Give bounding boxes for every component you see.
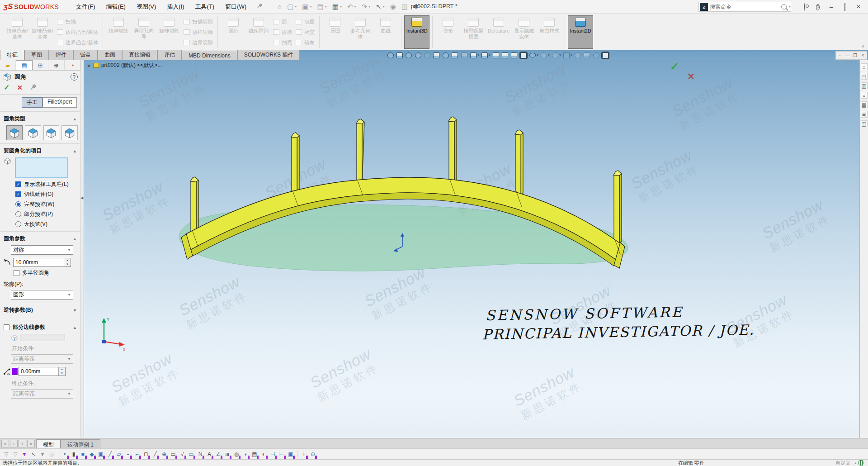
temporary-axes-icon[interactable] <box>461 52 467 58</box>
filter-balloons[interactable]: A <box>205 450 214 459</box>
collapse-panel-arrow-icon[interactable]: ◀ <box>80 196 83 200</box>
ribbon-lofted-boss-base[interactable]: 放样凸台/基体 <box>57 28 98 37</box>
appearances-scenes-tab[interactable]: ◒ <box>861 92 868 99</box>
expand-arrow-icon[interactable]: ▶ <box>88 63 91 68</box>
filter-axes[interactable]: ╱ <box>105 450 114 459</box>
dropdown-caret-icon[interactable]: ▾ <box>571 53 572 57</box>
ribbon-rib[interactable]: 筋 <box>273 17 292 26</box>
shaded-with-edges-icon[interactable] <box>520 52 527 58</box>
command-search[interactable]: ≥ ▾ <box>698 2 791 12</box>
radius-input[interactable] <box>14 259 64 266</box>
forum-tab[interactable]: ◫ <box>861 120 868 127</box>
shaded-icon[interactable] <box>511 52 517 58</box>
customize-label[interactable]: 自定义 <box>835 460 850 466</box>
edges-selection-listbox[interactable] <box>15 157 68 178</box>
ribbon-hole-wizard[interactable]: 异型孔向导 <box>131 15 156 49</box>
radio-button[interactable] <box>15 211 21 217</box>
checkbox[interactable]: ✓ <box>15 181 21 187</box>
ribbon-swept-cut[interactable]: 扫描切除 <box>184 17 213 26</box>
tab-草图[interactable]: 草图 <box>24 49 49 60</box>
dimxpertmanager-tab[interactable]: ⊕ <box>48 60 64 70</box>
custom-properties-tab[interactable]: ▣ <box>861 111 868 118</box>
shadows-in-shaded-mode-icon[interactable] <box>575 52 581 58</box>
offset-spinner[interactable]: ▲▼ <box>58 367 65 376</box>
open-document-button[interactable]: ▣▾ <box>300 2 313 12</box>
profile-dropdown[interactable]: 圆形▼ <box>11 290 73 300</box>
select-tool[interactable]: ↖ <box>29 450 38 459</box>
print-button[interactable]: ▦▾ <box>330 2 344 12</box>
ribbon-freeform[interactable]: 自由样式 <box>537 15 562 49</box>
filter-centerlines[interactable]: ╱ <box>151 450 160 459</box>
zoom-to-area-icon[interactable] <box>415 52 421 58</box>
panel-splitter[interactable]: ◀ <box>80 60 84 438</box>
options-button[interactable]: ✱▾ <box>411 2 424 12</box>
filter-geometric-tolerance[interactable]: ▭ <box>187 450 196 459</box>
expand-chevron-icon[interactable]: ▼ <box>73 308 77 313</box>
ribbon-shell[interactable]: 抽壳 <box>273 38 292 47</box>
magnified-selection[interactable]: ◎ <box>47 450 56 459</box>
perspective-icon[interactable] <box>584 52 590 58</box>
ribbon-reference-geometry[interactable]: 参考几何体 <box>348 15 373 49</box>
symmetry-dropdown[interactable]: 对称▼ <box>11 245 73 255</box>
filter-hatch[interactable]: ◐ <box>259 450 268 459</box>
select-tool-caret[interactable]: ▾ <box>38 450 47 459</box>
ribbon-revolved-boss-base[interactable]: 旋转凸台/基体 <box>30 15 55 49</box>
tab-mbd-dimensions[interactable]: MBD Dimensions <box>182 51 237 60</box>
panel-help-icon[interactable]: ? <box>71 73 78 81</box>
offset-input[interactable] <box>19 368 58 375</box>
filter-vertices[interactable]: • <box>60 450 69 459</box>
view-palette-tab[interactable]: ▦ <box>861 101 868 108</box>
edit-appearance-icon[interactable] <box>541 52 547 58</box>
partial-edge-checkbox[interactable] <box>4 324 9 330</box>
doc-restore-button[interactable]: ❐ <box>851 52 859 59</box>
tab-焊件[interactable]: 焊件 <box>49 49 73 60</box>
ribbon-boundary-cut[interactable]: 边界切除 <box>184 38 213 47</box>
tab-特征[interactable]: 特征 <box>0 49 24 60</box>
selection-filters[interactable]: ▼ <box>20 450 29 459</box>
search-icon[interactable] <box>781 4 787 10</box>
tab-solidworks-插件[interactable]: SOLIDWORKS 插件 <box>237 49 300 60</box>
doc-close-button[interactable]: × <box>859 52 867 59</box>
filter-edges[interactable]: ▮ <box>69 450 78 459</box>
hide-show-items-icon[interactable] <box>529 53 536 57</box>
hidden-lines-visible-icon[interactable] <box>493 52 499 58</box>
search-input[interactable] <box>710 4 781 10</box>
view-settings-icon[interactable] <box>563 52 570 58</box>
filter-sketch-points[interactable]: ▪ <box>123 450 132 459</box>
file-explorer-tab[interactable]: ▥ <box>861 82 868 89</box>
menu-item-e[interactable]: 编辑(E) <box>101 0 131 13</box>
multi-radius-checkbox[interactable] <box>14 270 19 276</box>
normal-to-icon[interactable] <box>452 52 458 58</box>
apply-scene-icon[interactable] <box>552 52 558 58</box>
rotate-view-icon[interactable] <box>443 52 449 58</box>
doc-dock-button[interactable]: ▫ <box>836 52 844 59</box>
undo-button[interactable]: ↶▾ <box>345 2 358 12</box>
menu-item-w[interactable]: 窗口(W) <box>220 0 252 13</box>
dropdown-caret-icon[interactable]: ▾ <box>477 53 479 57</box>
filter-pin-points[interactable]: ⊙ <box>308 450 317 459</box>
filter-notes[interactable]: N <box>196 450 205 459</box>
radius-spinner[interactable]: ▲▼ <box>64 258 71 266</box>
file-properties-button[interactable]: ▥ <box>400 2 410 12</box>
dropdown-caret-icon[interactable]: ▾ <box>295 5 297 9</box>
restore-button[interactable] <box>838 2 852 11</box>
ribbon-defeature[interactable]: Defeature <box>486 15 511 49</box>
ribbon-display-hidden-bodies[interactable]: 显示隐藏实体 <box>511 15 537 49</box>
filter-solid-bodies[interactable]: ▣ <box>96 450 105 459</box>
filter-routing-points[interactable]: ▣ <box>286 450 295 459</box>
filter-connectors[interactable]: ⊦ <box>299 450 308 459</box>
filter-midpoints[interactable]: ⊓ <box>142 450 151 459</box>
ambient-occlusion-icon[interactable] <box>593 52 599 58</box>
tab-评估[interactable]: 评估 <box>157 49 182 60</box>
ribbon-linear-pattern[interactable]: 线性阵列 <box>246 15 271 49</box>
cancel-button[interactable]: ✕ <box>17 84 23 92</box>
ribbon-model-break-view[interactable]: 模型断裂视图 <box>461 15 486 49</box>
radio-button[interactable] <box>15 221 21 227</box>
radio-button[interactable] <box>15 201 21 207</box>
ribbon-instant3d[interactable]: Instant3D <box>404 15 429 49</box>
customize-caret-icon[interactable]: ▲ <box>854 461 857 465</box>
ribbon-extruded-cut[interactable]: 拉伸切除 <box>106 15 131 49</box>
ribbon-lofted-cut[interactable]: 放样切除 <box>184 28 213 37</box>
rebuild-button[interactable]: ◉ <box>388 2 398 12</box>
solidworks-resources-tab[interactable]: ⌂ <box>861 63 868 70</box>
